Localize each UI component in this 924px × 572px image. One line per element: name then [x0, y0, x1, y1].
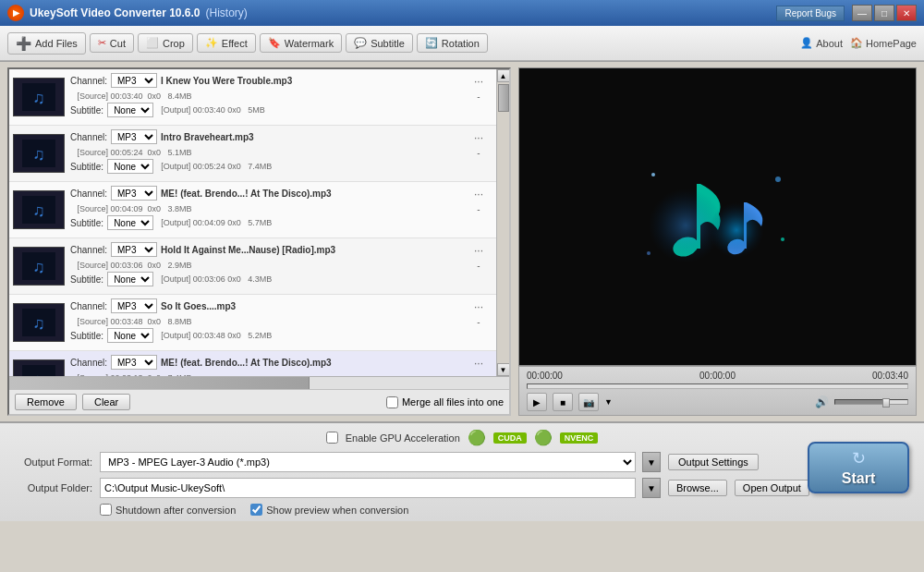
merge-checkbox[interactable]: [386, 396, 398, 408]
format-dropdown-arrow[interactable]: ▼: [642, 452, 661, 472]
file-list-scroll[interactable]: ♫ Channel: MP3 I Knew You Were Trouble.m…: [9, 69, 496, 376]
add-files-button[interactable]: ➕ Add Files: [7, 32, 86, 55]
format-select[interactable]: MP3 - MPEG Layer-3 Audio (*.mp3): [100, 452, 636, 472]
list-item: ♫ Channel: MP3 Hold It Against Me...Naus…: [9, 238, 496, 295]
start-label: Start: [842, 470, 875, 487]
channel-select[interactable]: MP3: [111, 298, 157, 313]
close-button[interactable]: ✕: [896, 5, 917, 21]
more-options-button[interactable]: ···: [474, 75, 483, 88]
more-options-button[interactable]: ···: [474, 357, 483, 370]
channel-row: Channel: MP3 ME! (feat. Brendo...! At Th…: [70, 355, 461, 370]
title-bar: ▶ UkeySoft Video Converter 10.6.0 (Histo…: [0, 0, 924, 26]
more-options-button[interactable]: ···: [474, 244, 483, 257]
svg-text:♫: ♫: [32, 258, 45, 276]
progress-bar[interactable]: [527, 383, 908, 389]
output-settings-button[interactable]: Output Settings: [668, 454, 759, 470]
camera-button[interactable]: 📷: [578, 393, 599, 411]
maximize-button[interactable]: □: [874, 5, 894, 21]
more-options-button[interactable]: ···: [474, 300, 483, 313]
folder-dropdown-arrow[interactable]: ▼: [642, 478, 661, 498]
about-icon: 👤: [800, 37, 813, 49]
crop-button[interactable]: ⬜ Crop: [138, 33, 193, 53]
homepage-button[interactable]: 🏠 HomePage: [850, 37, 917, 49]
toolbar-right: 👤 About 🏠 HomePage: [800, 37, 917, 49]
subtitle-select[interactable]: None: [107, 328, 153, 343]
merge-text: Merge all files into one: [402, 396, 504, 408]
file-list-bottom: Remove Clear Merge all files into one: [9, 389, 509, 414]
clear-button[interactable]: Clear: [82, 394, 130, 410]
scroll-thumb[interactable]: [498, 84, 509, 112]
subtitle-select[interactable]: None: [107, 103, 153, 117]
folder-input[interactable]: [100, 478, 636, 498]
list-item: ♫ Channel: MP3 ME! (feat. Brendo...! At …: [9, 351, 496, 376]
channel-row: Channel: MP3 Hold It Against Me...Nause)…: [70, 242, 461, 257]
channel-select[interactable]: MP3: [111, 355, 157, 370]
subtitle-select[interactable]: None: [107, 272, 153, 286]
browse-button[interactable]: Browse...: [668, 480, 727, 496]
dash-button: -: [477, 148, 480, 158]
show-preview-checkbox[interactable]: [250, 504, 262, 516]
volume-slider[interactable]: [834, 399, 908, 405]
merge-label[interactable]: Merge all files into one: [386, 396, 504, 408]
channel-label: Channel:: [70, 76, 107, 86]
svg-point-17: [709, 202, 764, 258]
vertical-scrollbar[interactable]: ▲ ▼: [496, 69, 509, 376]
channel-select[interactable]: MP3: [111, 129, 157, 144]
svg-text:♫: ♫: [32, 89, 45, 107]
remove-button[interactable]: Remove: [15, 394, 77, 410]
file-thumbnail: ♫: [13, 134, 65, 173]
volume-icon: 🔊: [815, 396, 829, 408]
effect-button[interactable]: ✨ Effect: [197, 33, 256, 53]
open-output-button[interactable]: Open Output: [735, 480, 809, 496]
gpu-row: Enable GPU Acceleration 🟢 CUDA 🟢 NVENC: [9, 429, 915, 446]
dropdown-icon[interactable]: ▼: [604, 397, 613, 407]
minimize-button[interactable]: —: [852, 5, 872, 21]
report-bugs-button[interactable]: Report Bugs: [776, 6, 845, 21]
scroll-down-button[interactable]: ▼: [497, 363, 510, 376]
list-item: ♫ Channel: MP3 So It Goes....mp3 [Source…: [9, 295, 496, 351]
svg-text:♫: ♫: [32, 314, 45, 333]
scroll-up-button[interactable]: ▲: [497, 69, 510, 82]
subtitle-row: Subtitle: None [Output] 00:03:48 0x0 5.2…: [70, 328, 461, 343]
gpu-label: Enable GPU Acceleration: [346, 432, 460, 444]
gpu-checkbox[interactable]: [326, 432, 338, 444]
shutdown-option[interactable]: Shutdown after conversion: [100, 504, 236, 516]
channel-select[interactable]: MP3: [111, 242, 157, 257]
subtitle-label: Subtitle:: [70, 162, 103, 172]
shutdown-checkbox[interactable]: [100, 504, 112, 516]
subtitle-label: Subtitle:: [70, 218, 103, 228]
about-label: About: [816, 38, 843, 49]
horizontal-scrollbar[interactable]: [9, 376, 509, 389]
dash-button: -: [477, 261, 480, 271]
subtitle-row: Subtitle: None [Output] 00:05:24 0x0 7.4…: [70, 159, 461, 174]
channel-select[interactable]: MP3: [111, 73, 157, 88]
play-button[interactable]: ▶: [527, 393, 547, 411]
rotation-button[interactable]: 🔄 Rotation: [417, 33, 488, 53]
dash-button: -: [477, 317, 480, 327]
more-options-button[interactable]: ···: [474, 188, 483, 201]
toolbar: ➕ Add Files ✂ Cut ⬜ Crop ✨ Effect 🔖 Wate…: [0, 26, 924, 61]
output-meta: [Output] 00:03:48 0x0 5.2MB: [161, 331, 272, 340]
svg-point-19: [775, 176, 781, 182]
more-options-button[interactable]: ···: [474, 131, 483, 144]
stop-button[interactable]: ■: [553, 393, 573, 411]
list-item: ♫ Channel: MP3 I Knew You Were Trouble.m…: [9, 69, 496, 126]
show-preview-option[interactable]: Show preview when conversion: [250, 504, 408, 516]
app-history: (History): [206, 6, 248, 19]
channel-select[interactable]: MP3: [111, 186, 157, 201]
subtitle-select[interactable]: None: [107, 215, 153, 230]
channel-row: Channel: MP3 Intro Braveheart.mp3: [70, 129, 461, 144]
subtitle-row: Subtitle: None [Output] 00:03:40 0x0 5MB: [70, 103, 461, 117]
file-name: ME! (feat. Brendo...! At The Disco).mp3: [161, 189, 461, 199]
output-meta: [Output] 00:04:09 0x0 5.7MB: [161, 218, 272, 227]
file-thumbnail: ♫: [13, 247, 65, 286]
nvidia-logo-2: 🟢: [534, 429, 553, 446]
subtitle-button[interactable]: 💬 Subtitle: [346, 33, 413, 53]
subtitle-select[interactable]: None: [107, 159, 153, 174]
start-button[interactable]: ↻ Start: [808, 442, 909, 493]
cut-button[interactable]: ✂ Cut: [90, 33, 134, 53]
about-button[interactable]: 👤 About: [800, 37, 843, 49]
effect-icon: ✨: [205, 37, 218, 49]
subtitle-icon: 💬: [354, 37, 367, 49]
watermark-button[interactable]: 🔖 Watermark: [260, 33, 342, 53]
